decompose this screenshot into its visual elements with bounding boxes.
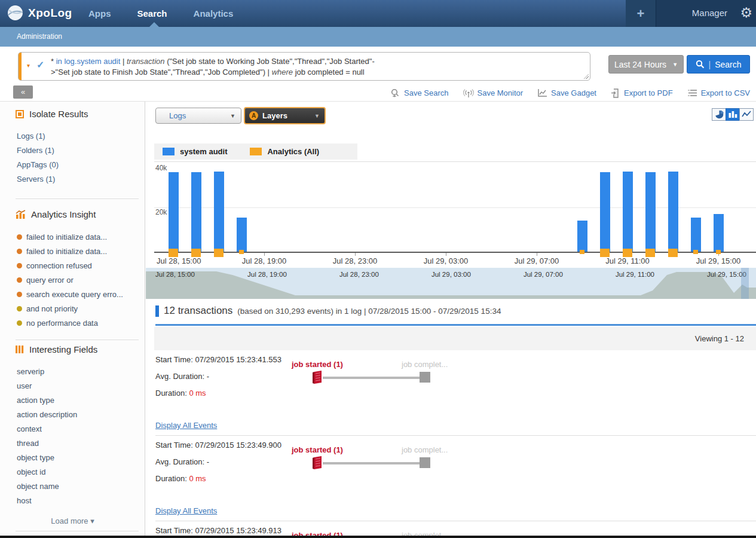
- x-axis-label: Jul 29, 15:00: [696, 256, 740, 265]
- insight-item-label: failed to initialize data...: [26, 233, 107, 242]
- isolate-item-folders[interactable]: Folders (1): [17, 146, 54, 155]
- resize-grip[interactable]: [583, 74, 589, 79]
- legend-item-analytics-all-[interactable]: Analytics (All): [250, 147, 319, 156]
- query-input[interactable]: ▾ ✓ * in log.system audit | transaction …: [18, 52, 590, 81]
- query-line: * in log.system audit | transaction ("Se…: [51, 56, 583, 67]
- search-button[interactable]: | Search: [687, 55, 750, 74]
- field-item-object-id[interactable]: object id: [17, 467, 45, 476]
- insight-item[interactable]: connection refused: [17, 261, 92, 270]
- gear-icon[interactable]: ⚙: [740, 5, 752, 21]
- flow-start-node-icon[interactable]: [311, 370, 323, 387]
- timeline-selection-handle[interactable]: [741, 268, 749, 299]
- export-to-csv-button[interactable]: Export to CSV: [687, 88, 750, 97]
- flow-connector: [323, 462, 422, 464]
- field-item-thread[interactable]: thread: [17, 439, 39, 448]
- timeline-scrubber[interactable]: Jul 28, 15:00Jul 28, 19:00Jul 28, 23:00J…: [146, 268, 756, 299]
- chart-bar[interactable]: [237, 218, 247, 252]
- insight-item[interactable]: no performance data: [17, 319, 98, 328]
- save-gadget-button[interactable]: Save Gadget: [537, 88, 596, 97]
- chart-bar[interactable]: [169, 172, 179, 252]
- legend-swatch: [250, 148, 262, 155]
- insight-item-label: search execute query erro...: [26, 290, 123, 299]
- insight-bullet-icon: [17, 249, 22, 254]
- analytics-marker[interactable]: [169, 249, 178, 257]
- analytics-marker[interactable]: [239, 250, 244, 254]
- load-more-button[interactable]: Load more ▾: [0, 516, 145, 525]
- action-link-label: Export to PDF: [624, 88, 673, 97]
- tab-apps[interactable]: Apps: [88, 8, 111, 19]
- chart-bar[interactable]: [623, 172, 633, 252]
- analytics-marker[interactable]: [668, 249, 678, 257]
- field-item-action-type[interactable]: action type: [17, 396, 54, 405]
- field-item-object-type[interactable]: object type: [17, 453, 54, 462]
- display-all-events-link[interactable]: Display All Events: [155, 506, 217, 515]
- flow-start-label: job started (1): [292, 360, 343, 369]
- insight-item[interactable]: query error or: [17, 276, 74, 285]
- query-history-caret-icon[interactable]: ▾: [27, 62, 30, 69]
- pie-chart-button[interactable]: [712, 108, 726, 121]
- isolate-item-logs[interactable]: Logs (1): [17, 132, 45, 140]
- add-tab-button[interactable]: +: [626, 0, 656, 27]
- insight-item[interactable]: and not priority: [17, 304, 78, 313]
- save-search-button[interactable]: Save Search: [390, 88, 448, 98]
- analytics-marker[interactable]: [580, 250, 584, 254]
- save-search-icon: [390, 88, 400, 98]
- flow-start-node-icon[interactable]: [311, 456, 323, 473]
- x-axis-tick: [446, 253, 446, 256]
- manager-menu[interactable]: Manager: [692, 8, 727, 18]
- field-item-object-name[interactable]: object name: [17, 482, 59, 491]
- insight-item[interactable]: failed to initialize data...: [17, 247, 107, 256]
- insight-item[interactable]: search execute query erro...: [17, 290, 123, 299]
- insight-bullet-icon: [17, 234, 22, 240]
- flow-end-node-icon[interactable]: [420, 457, 430, 468]
- search-row: ▾ ✓ * in log.system audit | transaction …: [0, 47, 756, 84]
- analytics-marker[interactable]: [600, 249, 610, 257]
- layers-dropdown[interactable]: A Layers ▼: [244, 107, 326, 124]
- analytics-insight-header: Analytics Insight: [16, 209, 96, 219]
- chart-bar[interactable]: [600, 172, 610, 252]
- action-link-label: Export to CSV: [701, 88, 750, 97]
- export-to-pdf-button[interactable]: Export to PDF: [611, 88, 673, 98]
- analytics-marker[interactable]: [716, 250, 721, 254]
- chart-bar[interactable]: [714, 214, 724, 252]
- chart-bar[interactable]: [668, 172, 678, 252]
- isolate-item-servers[interactable]: Servers (1): [17, 175, 55, 184]
- bar-chart-button[interactable]: [726, 108, 740, 121]
- query-accent-bar: [19, 53, 22, 80]
- analytics-marker[interactable]: [645, 249, 655, 257]
- display-all-events-link[interactable]: Display All Events: [155, 421, 217, 430]
- field-item-action-description[interactable]: action description: [17, 410, 77, 419]
- transaction-start-time: Start Time: 07/29/2015 15:23:49.900: [155, 441, 281, 450]
- field-item-serverip[interactable]: serverip: [17, 367, 44, 376]
- analytics-marker[interactable]: [214, 249, 224, 257]
- results-count: 12 transactions: [164, 305, 232, 317]
- chart-bar[interactable]: [191, 172, 201, 252]
- flow-end-node-icon[interactable]: [420, 372, 430, 383]
- save-monitor-button[interactable]: Save Monitor: [463, 88, 524, 98]
- y-axis-tick-20k: 20k: [155, 208, 167, 216]
- field-item-context[interactable]: context: [17, 424, 42, 433]
- insight-item[interactable]: failed to initialize data...: [17, 233, 107, 242]
- interesting-fields-title: Interesting Fields: [29, 344, 97, 354]
- field-item-user[interactable]: user: [17, 381, 32, 390]
- tab-analytics[interactable]: Analytics: [194, 8, 234, 19]
- chart-top-border: [154, 161, 756, 162]
- analytics-marker[interactable]: [191, 249, 201, 257]
- legend-item-system-audit[interactable]: system audit: [163, 147, 227, 156]
- field-item-host[interactable]: host: [17, 496, 32, 505]
- chart-bar[interactable]: [691, 218, 701, 252]
- analytics-marker[interactable]: [693, 250, 698, 254]
- chart-bar[interactable]: [214, 172, 224, 252]
- tab-search[interactable]: Search: [137, 8, 167, 19]
- time-range-dropdown[interactable]: Last 24 Hours ▼: [608, 55, 684, 74]
- timeline-label: Jul 28, 19:00: [247, 271, 287, 278]
- analytics-marker[interactable]: [623, 249, 632, 257]
- sidebar-collapse-button[interactable]: «: [13, 85, 33, 99]
- brand[interactable]: XpoLog: [7, 5, 72, 21]
- line-chart-button[interactable]: [739, 108, 754, 121]
- logs-dropdown[interactable]: Logs ▼: [155, 108, 241, 124]
- isolate-item-apptags[interactable]: AppTags (0): [17, 160, 59, 169]
- chart-bar[interactable]: [645, 172, 656, 252]
- breadcrumb-bar: Administration: [0, 27, 756, 47]
- chart-bar[interactable]: [577, 221, 587, 252]
